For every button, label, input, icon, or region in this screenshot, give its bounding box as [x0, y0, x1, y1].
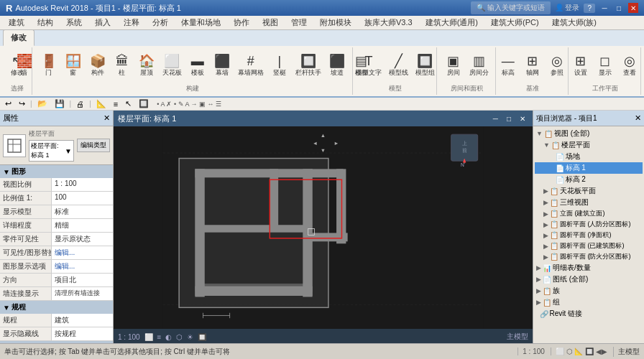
btn-component[interactable]: 📦构件: [86, 53, 109, 79]
properties-close-btn[interactable]: ✕: [104, 113, 110, 123]
btn-set-workplane[interactable]: ⊞设置: [569, 53, 592, 79]
qa-snaps[interactable]: 🔲: [137, 98, 151, 109]
tree-floor-plans[interactable]: ▼ 📋 楼层平面: [535, 139, 643, 151]
qa-select[interactable]: ↖: [123, 98, 134, 109]
tree-sheets[interactable]: ▶ 📄 图纸 (全部): [535, 274, 643, 285]
view-render-icon[interactable]: 🔲: [198, 333, 206, 341]
tree-level2[interactable]: 📄 标高 2: [535, 174, 643, 185]
btn-curtain-grid[interactable]: #幕墙网格: [235, 53, 267, 79]
scale-label[interactable]: 1 : 100: [118, 333, 140, 341]
prop-val-hidden-lines[interactable]: 按规程: [52, 327, 113, 340]
menu-annotate[interactable]: 注释: [118, 16, 145, 29]
btn-column[interactable]: 🏛柱: [111, 53, 134, 79]
login-btn[interactable]: 👤 登录: [555, 3, 580, 13]
qa-thin-lines[interactable]: ≡: [111, 99, 120, 109]
view-sun-icon[interactable]: ☀: [187, 333, 193, 341]
menu-systems[interactable]: 系统: [60, 16, 88, 29]
qa-print[interactable]: 🖨: [74, 99, 86, 109]
qa-redo[interactable]: ↪: [17, 98, 27, 109]
tree-3d-views[interactable]: ▶ 📋 三维视图: [535, 197, 643, 208]
tree-site[interactable]: 📄 场地: [535, 151, 643, 162]
menu-view[interactable]: 视图: [257, 16, 284, 29]
prop-val-orientation[interactable]: 项目北: [52, 274, 113, 286]
canvas-minimize-btn[interactable]: ─: [490, 115, 501, 123]
menu-massing[interactable]: 体量和场地: [175, 16, 226, 29]
menu-arch-pc[interactable]: 建筑大师(PC): [485, 16, 545, 29]
tree-section-built[interactable]: ▶ 📋 圆析平面 (已建筑图标): [535, 241, 643, 251]
prop-type-selector[interactable]: 楼层平面: 标高 1 ▼: [29, 140, 74, 162]
tree-families[interactable]: ▶ 📋 族: [535, 285, 643, 297]
expand-discipline[interactable]: ▼: [3, 304, 10, 312]
btn-ramp[interactable]: ⬛坡道: [326, 53, 349, 79]
prop-val-detail-level[interactable]: 精细: [52, 219, 113, 232]
tab-modify[interactable]: 修改: [3, 29, 34, 46]
qa-measure[interactable]: 📐: [94, 98, 109, 109]
view-shadows-icon[interactable]: ◐: [165, 333, 172, 341]
menu-insert[interactable]: 插入: [89, 16, 116, 29]
btn-roof[interactable]: 🏠屋顶: [135, 53, 158, 79]
btn-ref-plane[interactable]: ◎参照: [546, 53, 569, 79]
btn-grid[interactable]: ⊞轴网: [521, 53, 544, 79]
btn-room-sep[interactable]: ▥房间分: [466, 53, 492, 79]
btn-room[interactable]: ▣房间: [442, 53, 465, 79]
btn-curtain-wall[interactable]: ⬛幕墙: [211, 53, 234, 79]
edit-type-button[interactable]: 编辑类型: [77, 139, 110, 152]
menu-arch-family[interactable]: 建筑大师(族): [546, 16, 602, 29]
btn-level[interactable]: —标高: [497, 53, 520, 79]
btn-floor[interactable]: ▬楼板: [186, 53, 209, 79]
tree-section-fire[interactable]: ▶ 📋 圆析平面 (人防分区图标): [535, 219, 643, 230]
tree-groups[interactable]: ▶ 📋 组: [535, 297, 643, 308]
prop-val-scale-val[interactable]: 100: [52, 192, 113, 205]
search-box[interactable]: 🔍 输入关键字或短语: [471, 1, 551, 14]
tree-revit-links[interactable]: 🔗 Revit 链接: [535, 308, 643, 320]
menu-manage[interactable]: 管理: [285, 16, 313, 29]
tree-section-net[interactable]: ▶ 📋 圆析平面 (净面积): [535, 230, 643, 241]
qa-open[interactable]: 📂: [35, 98, 50, 109]
btn-model-text[interactable]: T模型文字: [353, 53, 385, 79]
menu-analyze[interactable]: 分析: [147, 16, 174, 29]
prop-val-discipline[interactable]: 建筑: [52, 314, 113, 327]
tree-ceiling-plans[interactable]: ▶ 📋 天花板平面: [535, 185, 643, 197]
menu-family-lib[interactable]: 族库大师V3.3: [359, 16, 418, 29]
btn-model-line[interactable]: ╱模型线: [386, 53, 411, 79]
help-btn[interactable]: ?: [584, 4, 595, 13]
btn-show-workplane[interactable]: ◻显示: [594, 53, 617, 79]
type-selector-arrow[interactable]: ▼: [65, 147, 72, 155]
view-crop-icon[interactable]: ⬡: [176, 333, 183, 341]
proj-close-btn[interactable]: ✕: [635, 113, 641, 123]
tree-elevations[interactable]: ▶ 📋 立面 (建筑立面): [535, 208, 643, 219]
view-thin-lines-icon[interactable]: ≡: [157, 333, 162, 341]
menu-addins[interactable]: 附加模块: [314, 16, 357, 29]
canvas-close-btn[interactable]: ✕: [517, 115, 528, 123]
menu-structure[interactable]: 结构: [32, 16, 59, 29]
qa-save[interactable]: 💾: [52, 98, 67, 109]
prop-val-parts-vis[interactable]: 显示原状态: [52, 233, 113, 246]
tree-level1[interactable]: 📄 标高 1: [535, 162, 643, 174]
btn-door[interactable]: 🚪门: [37, 53, 60, 79]
menu-architecture[interactable]: 建筑: [3, 16, 30, 29]
prop-val-display-model[interactable]: 标准: [52, 205, 113, 218]
tree-schedules[interactable]: ▶ 📊 明细表/数量: [535, 262, 643, 274]
qa-undo[interactable]: ↩: [3, 98, 14, 109]
btn-wall[interactable]: 🧱墙: [13, 53, 36, 79]
prop-val-vis-graphics[interactable]: 编辑...: [52, 246, 113, 259]
prop-val-view-scale[interactable]: 1 : 100: [52, 178, 113, 191]
close-btn[interactable]: ✕: [628, 3, 638, 13]
minimize-btn[interactable]: ─: [599, 3, 610, 13]
tree-section-firezone[interactable]: ▶ 📋 圆析平面 (防火分区图标): [535, 251, 643, 262]
expand-graphics[interactable]: ▼: [3, 168, 10, 176]
btn-window[interactable]: 🪟窗: [62, 53, 85, 79]
drawing-content[interactable]: ▲ ◄ ► ▼ 上 前 N: [114, 126, 533, 329]
btn-view-workplane[interactable]: ◎查看: [618, 53, 641, 79]
canvas-restore-btn[interactable]: □: [504, 115, 514, 123]
prop-val-wall-join[interactable]: 清理所有墙连接: [52, 287, 113, 300]
btn-mullion[interactable]: |竖梃: [268, 53, 291, 79]
tree-views-all[interactable]: ▼ 📋 视图 (全部): [535, 128, 643, 139]
prop-val-graphics-display[interactable]: 编辑...: [52, 260, 113, 273]
btn-model-group[interactable]: 🔲模型组: [413, 53, 438, 79]
btn-railing[interactable]: 🔲栏杆扶手: [293, 53, 324, 79]
view-detail-icon[interactable]: ⬜: [144, 333, 153, 341]
menu-arch-master[interactable]: 建筑大师(通用): [420, 16, 484, 29]
btn-ceiling[interactable]: ⬜天花板: [160, 53, 185, 79]
restore-btn[interactable]: □: [614, 3, 624, 13]
